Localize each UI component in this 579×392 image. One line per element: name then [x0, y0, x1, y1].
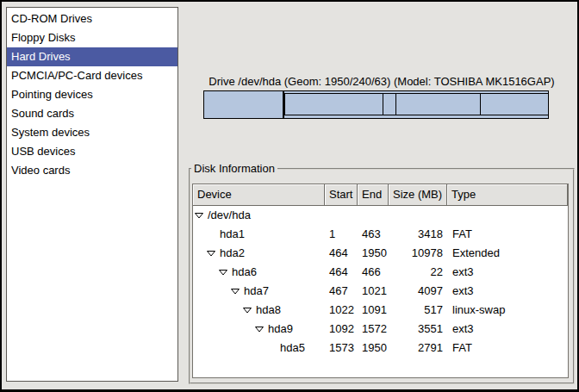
sidebar-item-pcmcia-pc-card-devices[interactable]: PCMCIA/PC-Card devices	[7, 66, 177, 85]
device-cell: hda8	[193, 301, 325, 320]
expander-placeholder	[207, 225, 220, 244]
device-cell: hda9	[193, 320, 325, 339]
table-row-hda6[interactable]: hda646446622ext3	[193, 263, 568, 282]
tree-indent	[195, 348, 267, 349]
column-header-device[interactable]: Device	[193, 184, 325, 206]
extended-partition-area	[284, 93, 548, 115]
tree-indent	[195, 253, 207, 254]
device-label: hda8	[256, 301, 281, 320]
type-cell: FAT	[447, 339, 568, 358]
device-label: hda6	[232, 263, 257, 282]
type-cell: ext3	[447, 320, 568, 339]
end-cell: 1091	[358, 301, 389, 320]
table-row-hda1[interactable]: hda114633418FAT	[193, 225, 568, 244]
tree-indent	[195, 291, 231, 292]
device-label: hda2	[220, 244, 245, 263]
type-cell: linux-swap	[447, 301, 568, 320]
start-cell: 467	[325, 282, 358, 301]
device-cell: hda1	[193, 225, 325, 244]
disk-table-body: /dev/hdahda114633418FAThda2464195010978E…	[193, 206, 568, 358]
sidebar-item-sound-cards[interactable]: Sound cards	[7, 104, 177, 123]
type-cell: ext3	[447, 263, 568, 282]
size-cell: 10978	[389, 244, 447, 263]
partition-segment-hda2-extended	[284, 91, 548, 118]
size-cell: 2791	[389, 339, 447, 358]
start-cell: 1	[325, 225, 358, 244]
partition-segment-hda7	[285, 94, 383, 115]
device-cell: hda7	[193, 282, 325, 301]
start-cell: 1092	[325, 320, 358, 339]
start-cell: 464	[325, 263, 358, 282]
device-cell: hda2	[193, 244, 325, 263]
groupbox-label: Disk Information	[191, 162, 277, 176]
table-row-hda8[interactable]: hda810221091517linux-swap	[193, 301, 568, 320]
end-cell: 1950	[358, 244, 389, 263]
size-cell	[389, 206, 447, 225]
table-row-hda9[interactable]: hda9109215723551ext3	[193, 320, 568, 339]
size-cell: 22	[389, 263, 447, 282]
tree-indent	[195, 329, 255, 330]
disk-information-groupbox: Disk Information DeviceStartEndSize (MB)…	[189, 168, 575, 384]
sidebar-item-cd-rom-drives[interactable]: CD-ROM Drives	[7, 9, 177, 28]
table-row-hda5[interactable]: hda5157319502791FAT	[193, 339, 568, 358]
device-label: hda1	[220, 225, 245, 244]
device-cell: hda5	[193, 339, 325, 358]
end-cell: 463	[358, 225, 389, 244]
expander-triangle-icon[interactable]	[243, 301, 256, 320]
end-cell	[358, 206, 389, 225]
sidebar-item-pointing-devices[interactable]: Pointing devices	[7, 85, 177, 104]
expander-triangle-icon[interactable]	[255, 320, 268, 339]
device-label: /dev/hda	[208, 206, 251, 225]
partition-segment-hda9	[396, 94, 482, 115]
partition-segment-hda8	[383, 94, 395, 115]
device-label: hda7	[244, 282, 269, 301]
disk-table-header: DeviceStartEndSize (MB)Type	[193, 184, 568, 206]
sidebar-item-video-cards[interactable]: Video cards	[7, 161, 177, 180]
end-cell: 466	[358, 263, 389, 282]
partition-segment-hda5	[481, 94, 548, 115]
size-cell: 517	[389, 301, 447, 320]
table-row-dev-hda[interactable]: /dev/hda	[193, 206, 568, 225]
disk-table: DeviceStartEndSize (MB)Type /dev/hdahda1…	[192, 184, 569, 378]
tree-indent	[195, 234, 207, 235]
size-cell: 4097	[389, 282, 447, 301]
column-header-type[interactable]: Type	[447, 184, 568, 206]
start-cell	[325, 206, 358, 225]
end-cell: 1021	[358, 282, 389, 301]
drive-title: Drive /dev/hda (Geom: 1950/240/63) (Mode…	[190, 75, 574, 88]
partition-bar	[203, 90, 549, 119]
column-header-start[interactable]: Start	[325, 184, 358, 206]
expander-triangle-icon[interactable]	[195, 206, 208, 225]
sidebar-item-hard-drives[interactable]: Hard Drives	[7, 47, 177, 66]
expander-triangle-icon[interactable]	[231, 282, 244, 301]
hardware-browser-window: CD-ROM DrivesFloppy DisksHard DrivesPCMC…	[0, 0, 579, 392]
sidebar-item-usb-devices[interactable]: USB devices	[7, 142, 177, 161]
column-header-end[interactable]: End	[358, 184, 389, 206]
device-label: hda9	[268, 320, 293, 339]
type-cell	[447, 206, 568, 225]
type-cell: Extended	[447, 244, 568, 263]
table-row-hda7[interactable]: hda746710214097ext3	[193, 282, 568, 301]
end-cell: 1572	[358, 320, 389, 339]
table-row-hda2[interactable]: hda2464195010978Extended	[193, 244, 568, 263]
type-cell: FAT	[447, 225, 568, 244]
sidebar-item-floppy-disks[interactable]: Floppy Disks	[7, 28, 177, 47]
expander-triangle-icon[interactable]	[219, 263, 232, 282]
device-label: hda5	[280, 339, 305, 358]
start-cell: 464	[325, 244, 358, 263]
expander-triangle-icon[interactable]	[207, 244, 220, 263]
tree-indent	[195, 272, 219, 273]
partition-segment-hda1	[204, 91, 284, 118]
start-cell: 1022	[325, 301, 358, 320]
start-cell: 1573	[325, 339, 358, 358]
device-cell: /dev/hda	[193, 206, 325, 225]
device-cell: hda6	[193, 263, 325, 282]
expander-placeholder	[267, 339, 280, 358]
end-cell: 1950	[358, 339, 389, 358]
device-category-list: CD-ROM DrivesFloppy DisksHard DrivesPCMC…	[6, 7, 178, 382]
size-cell: 3551	[389, 320, 447, 339]
sidebar-item-system-devices[interactable]: System devices	[7, 123, 177, 142]
column-header-size-mb[interactable]: Size (MB)	[389, 184, 447, 206]
type-cell: ext3	[447, 282, 568, 301]
tree-indent	[195, 310, 243, 311]
